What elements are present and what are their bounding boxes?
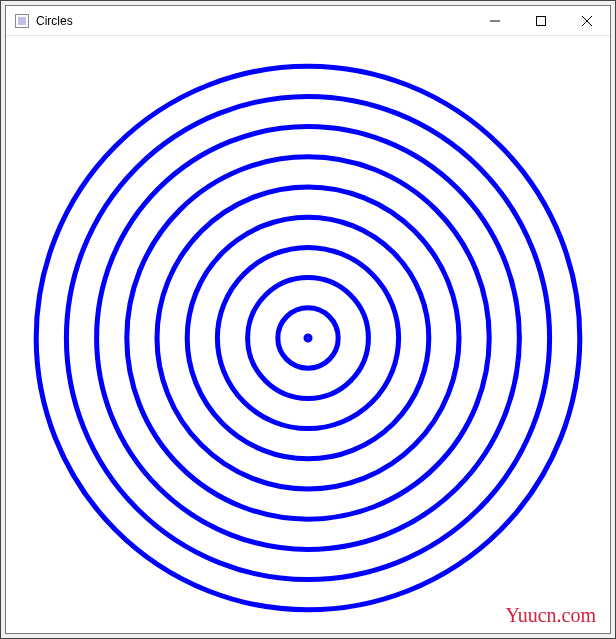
svg-line-5 bbox=[582, 16, 592, 26]
titlebar[interactable]: Circles bbox=[6, 6, 610, 36]
minimize-button[interactable] bbox=[472, 6, 518, 36]
close-button[interactable] bbox=[564, 6, 610, 36]
svg-line-4 bbox=[582, 16, 592, 26]
maximize-button[interactable] bbox=[518, 6, 564, 36]
client-area: Yuucn.com bbox=[6, 36, 610, 633]
svg-rect-3 bbox=[537, 16, 546, 25]
circles-canvas bbox=[6, 36, 610, 639]
watermark-text: Yuucn.com bbox=[505, 604, 596, 627]
svg-rect-1 bbox=[18, 17, 26, 25]
app-icon bbox=[14, 13, 30, 29]
application-window: Circles Yuucn.com bbox=[5, 5, 611, 634]
window-title: Circles bbox=[36, 14, 73, 28]
circle-ring bbox=[306, 336, 310, 340]
